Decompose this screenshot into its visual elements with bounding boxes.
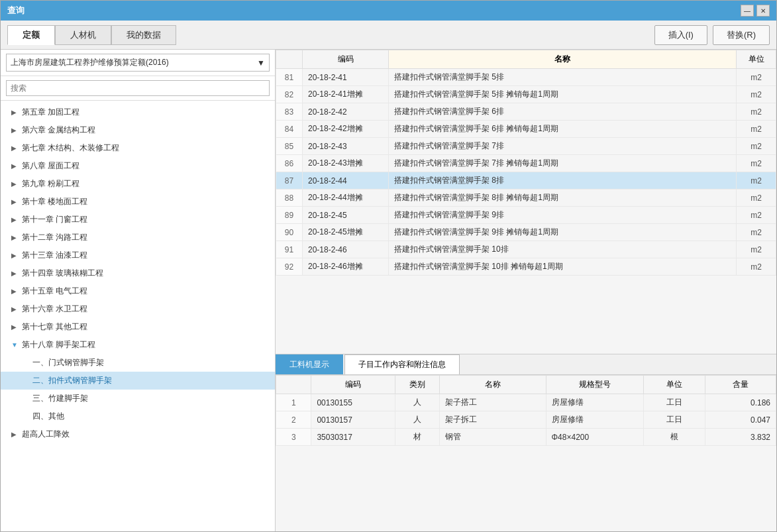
main-window: 查询 — ✕ 定额 人材机 我的数据 插入(I) 替换(R) 上海市房屋建筑工程… <box>0 0 777 532</box>
tree-container[interactable]: ▶第五章 加固工程 ▶第六章 金属结构工程 ▶第七章 木结构、木装修工程 ▶第八… <box>1 101 275 531</box>
tab-zimucontent[interactable]: 子目工作内容和附注信息 <box>344 354 460 374</box>
search-input[interactable] <box>6 80 270 96</box>
row-num: 86 <box>276 155 303 172</box>
quota-dropdown[interactable]: 上海市房屋建筑工程养护维修预算定额(2016) ▼ <box>6 54 270 72</box>
table-row[interactable]: 90 20-18-2-45增摊 搭建扣件式钢管满堂脚手架 9排 摊销每超1周期 … <box>276 224 776 241</box>
tree-item-ch18-2[interactable]: 二、扣件式钢管脚手架 <box>1 372 275 390</box>
row-unit: m2 <box>737 189 776 207</box>
row-unit: m2 <box>737 172 776 189</box>
row-num: 82 <box>276 86 303 103</box>
minimize-button[interactable]: — <box>741 5 754 17</box>
table-row[interactable]: 89 20-18-2-45 搭建扣件式钢管满堂脚手架 9排 m2 <box>276 207 776 224</box>
row-num: 85 <box>276 138 303 155</box>
table-row[interactable]: 81 20-18-2-41 搭建扣件式钢管满堂脚手架 5排 m2 <box>276 69 776 86</box>
tree-label: 第六章 金属结构工程 <box>22 125 95 136</box>
titlebar-controls: — ✕ <box>741 5 770 17</box>
tree-item-ch12[interactable]: ▶第十二章 沟路工程 <box>1 229 275 246</box>
table-row[interactable]: 83 20-18-2-42 搭建扣件式钢管满堂脚手架 6排 m2 <box>276 103 776 121</box>
tree-item-ch15[interactable]: ▶第十五章 电气工程 <box>1 282 275 300</box>
table-row[interactable]: 86 20-18-2-43增摊 搭建扣件式钢管满堂脚手架 7排 摊销每超1周期 … <box>276 155 776 172</box>
arrow-icon: ▶ <box>11 234 18 241</box>
arrow-icon: ▶ <box>11 431 18 438</box>
bottom-row-code: 00130157 <box>311 411 395 429</box>
tree-item-ch18-3[interactable]: 三、竹建脚手架 <box>1 390 275 407</box>
row-code: 20-18-2-41 <box>303 69 389 86</box>
arrow-icon: ▶ <box>11 252 18 259</box>
list-item[interactable]: 2 00130157 人 架子拆工 房屋修缮 工日 0.047 <box>276 411 776 429</box>
col-code-header: 编码 <box>303 50 389 69</box>
tree-item-ch14[interactable]: ▶第十四章 玻璃裱糊工程 <box>1 264 275 282</box>
row-code: 20-18-2-46 <box>303 241 389 258</box>
row-unit: m2 <box>737 207 776 224</box>
tree-item-ch17[interactable]: ▶第十七章 其他工程 <box>1 318 275 336</box>
tab-gongke[interactable]: 工料机显示 <box>276 354 343 374</box>
row-name: 搭建扣件式钢管满堂脚手架 7排 <box>389 138 737 155</box>
toolbar-buttons: 插入(I) 替换(R) <box>654 25 770 45</box>
row-name: 搭建扣件式钢管满堂脚手架 7排 摊销每超1周期 <box>389 155 737 172</box>
row-unit: m2 <box>737 69 776 86</box>
row-code: 20-18-2-44增摊 <box>303 189 389 207</box>
row-code: 20-18-2-43 <box>303 138 389 155</box>
search-row <box>1 76 275 101</box>
toolbar: 定额 人材机 我的数据 插入(I) 替换(R) <box>1 21 776 50</box>
list-item[interactable]: 1 00130155 人 架子搭工 房屋修缮 工日 0.186 <box>276 394 776 411</box>
tree-item-ch9[interactable]: ▶第九章 粉刷工程 <box>1 175 275 193</box>
insert-button[interactable]: 插入(I) <box>654 25 707 45</box>
tree-item-ch18-4[interactable]: 四、其他 <box>1 407 275 425</box>
tree-label: 第九章 粉刷工程 <box>22 178 79 189</box>
tree-label: 三、竹建脚手架 <box>32 393 88 404</box>
bottom-row-qty: 0.186 <box>705 394 776 411</box>
tree-item-ch18-1[interactable]: 一、门式钢管脚手架 <box>1 354 275 372</box>
main-table-container[interactable]: 编码 名称 单位 81 20-18-2-41 搭建扣件式钢管满堂脚手架 5排 m… <box>276 50 776 354</box>
arrow-icon: ▶ <box>11 144 18 152</box>
tree-label: 第十四章 玻璃裱糊工程 <box>22 268 103 279</box>
bottom-row-code: 00130155 <box>311 394 395 411</box>
row-unit: m2 <box>737 86 776 103</box>
arrow-icon: ▶ <box>11 305 18 313</box>
col-num-header <box>276 50 303 69</box>
table-row[interactable]: 84 20-18-2-42增摊 搭建扣件式钢管满堂脚手架 6排 摊销每超1周期 … <box>276 121 776 138</box>
row-num: 89 <box>276 207 303 224</box>
arrow-icon: ▶ <box>11 162 18 170</box>
row-num: 92 <box>276 258 303 276</box>
tree-item-ch11[interactable]: ▶第十一章 门窗工程 <box>1 211 275 229</box>
tree-item-ch16[interactable]: ▶第十六章 水卫工程 <box>1 300 275 318</box>
table-row[interactable]: 87 20-18-2-44 搭建扣件式钢管满堂脚手架 8排 m2 <box>276 172 776 189</box>
row-unit: m2 <box>737 121 776 138</box>
tree-item-ch10[interactable]: ▶第十章 楼地面工程 <box>1 193 275 211</box>
tree-item-ch5[interactable]: ▶第五章 加固工程 <box>1 103 275 121</box>
row-code: 20-18-2-46增摊 <box>303 258 389 276</box>
col-name-header: 名称 <box>389 50 737 69</box>
bottom-table-container[interactable]: 编码 类别 名称 规格型号 单位 含量 1 00130155 人 架子搭工 房屋… <box>276 375 776 531</box>
table-row[interactable]: 82 20-18-2-41增摊 搭建扣件式钢管满堂脚手架 5排 摊销每超1周期 … <box>276 86 776 103</box>
row-unit: m2 <box>737 224 776 241</box>
tab-mydata[interactable]: 我的数据 <box>111 25 176 45</box>
right-panel: 编码 名称 单位 81 20-18-2-41 搭建扣件式钢管满堂脚手架 5排 m… <box>276 50 776 531</box>
table-row[interactable]: 92 20-18-2-46增摊 搭建扣件式钢管满堂脚手架 10排 摊销每超1周期… <box>276 258 776 276</box>
bottom-col-type-header: 类别 <box>395 376 440 394</box>
tree-item-ch7[interactable]: ▶第七章 木结构、木装修工程 <box>1 139 275 157</box>
table-row[interactable]: 85 20-18-2-43 搭建扣件式钢管满堂脚手架 7排 m2 <box>276 138 776 155</box>
tree-item-ch8[interactable]: ▶第八章 屋面工程 <box>1 157 275 175</box>
row-unit: m2 <box>737 155 776 172</box>
tree-label: 超高人工降效 <box>22 429 70 440</box>
tree-item-ch18[interactable]: ▼第十八章 脚手架工程 <box>1 336 275 354</box>
window-title: 查询 <box>7 5 25 17</box>
bottom-row-name: 钢管 <box>440 429 546 446</box>
row-name: 搭建扣件式钢管满堂脚手架 6排 <box>389 103 737 121</box>
bottom-row-num: 1 <box>276 394 311 411</box>
tree-item-ch13[interactable]: ▶第十三章 油漆工程 <box>1 246 275 264</box>
tab-dinge[interactable]: 定额 <box>7 25 55 45</box>
row-num: 83 <box>276 103 303 121</box>
tree-item-chaogao[interactable]: ▶超高人工降效 <box>1 425 275 443</box>
close-button[interactable]: ✕ <box>756 5 770 17</box>
replace-button[interactable]: 替换(R) <box>713 25 770 45</box>
list-item[interactable]: 3 35030317 材 钢管 Φ48×4200 根 3.832 <box>276 429 776 446</box>
table-row[interactable]: 91 20-18-2-46 搭建扣件式钢管满堂脚手架 10排 m2 <box>276 241 776 258</box>
table-row[interactable]: 88 20-18-2-44增摊 搭建扣件式钢管满堂脚手架 8排 摊销每超1周期 … <box>276 189 776 207</box>
tree-item-ch6[interactable]: ▶第六章 金属结构工程 <box>1 121 275 139</box>
tree-label: 四、其他 <box>32 411 64 422</box>
row-name: 搭建扣件式钢管满堂脚手架 5排 <box>389 69 737 86</box>
bottom-tabs: 工料机显示 子目工作内容和附注信息 <box>276 354 776 375</box>
tab-rencaiji[interactable]: 人材机 <box>55 25 111 45</box>
